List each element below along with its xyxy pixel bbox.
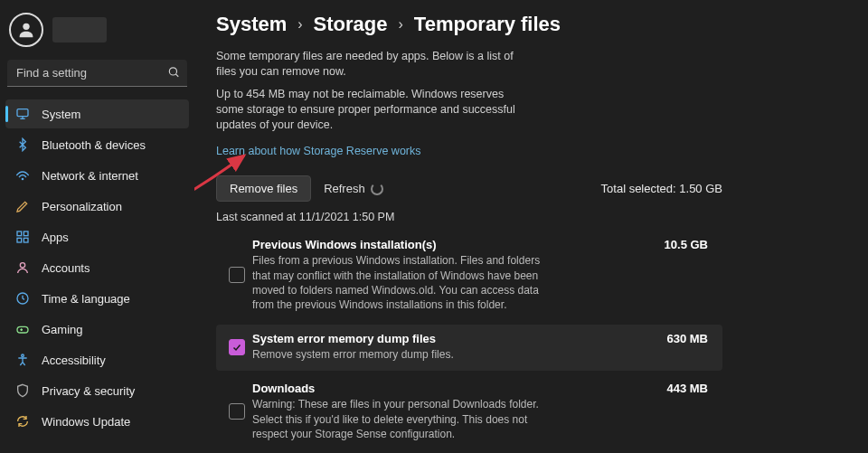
user-name [52,17,107,42]
file-desc: Warning: These are files in your persona… [252,397,542,441]
sidebar-item-accessibility[interactable]: Accessibility [5,345,189,374]
checkbox[interactable] [229,267,245,283]
sidebar-item-gaming[interactable]: Gaming [5,315,189,344]
file-item-previous-windows: Previous Windows installation(s) 10.5 GB… [216,231,722,321]
sidebar-item-label: Apps [42,231,69,244]
total-selected: Total selected: 1.50 GB [601,182,722,195]
sidebar-item-label: Network & internet [42,169,138,183]
checkbox[interactable] [229,403,245,420]
sidebar-item-label: Personalization [42,200,122,213]
svg-rect-10 [24,238,28,242]
sidebar-item-label: Gaming [42,323,83,336]
search-wrap [7,60,187,87]
svg-rect-9 [17,238,22,242]
breadcrumb-current: Temporary files [414,13,561,36]
actions-row: Remove files Refresh Total selected: 1.5… [216,175,722,202]
personalization-icon [14,198,31,214]
sidebar: System Bluetooth & devices Network & int… [0,0,194,453]
total-value: 1.50 GB [679,182,722,195]
network-icon [14,167,31,184]
accessibility-icon [14,352,31,368]
file-title: Downloads [252,382,315,395]
file-size: 630 MB [666,332,708,345]
breadcrumb: System › Storage › Temporary files [216,13,846,36]
sidebar-item-label: Time & language [42,292,130,306]
file-title: Previous Windows installation(s) [252,238,437,251]
apps-icon [14,229,31,245]
file-title: System error memory dump files [252,332,436,345]
sidebar-item-bluetooth[interactable]: Bluetooth & devices [5,130,189,159]
system-icon [14,106,31,122]
sidebar-item-label: Accounts [42,261,90,275]
svg-rect-3 [17,109,28,117]
file-size: 10.5 GB [665,238,708,251]
sidebar-item-privacy[interactable]: Privacy & security [5,376,189,405]
sidebar-item-label: Privacy & security [42,384,135,398]
svg-point-16 [22,354,24,357]
file-desc: Files from a previous Windows installati… [252,253,542,312]
chevron-right-icon: › [399,16,403,33]
intro-text-1: Some temporary files are needed by apps.… [216,49,524,80]
avatar [9,13,43,47]
sidebar-item-label: Bluetooth & devices [42,138,146,152]
intro-text-2: Up to 454 MB may not be reclaimable. Win… [216,87,524,133]
svg-rect-8 [24,231,28,236]
storage-reserve-link[interactable]: Learn about how Storage Reserve works [216,145,421,157]
sidebar-item-time[interactable]: Time & language [5,284,189,313]
breadcrumb-system[interactable]: System [216,13,287,36]
update-icon [14,413,31,429]
file-list: Previous Windows installation(s) 10.5 GB… [216,231,722,453]
last-scanned: Last scanned at 11/1/2021 1:50 PM [216,211,846,223]
bluetooth-icon [14,137,31,153]
sidebar-item-network[interactable]: Network & internet [5,161,189,190]
shield-icon [14,382,31,399]
user-account-row[interactable] [5,7,189,60]
accounts-icon [14,260,31,276]
sidebar-item-label: Accessibility [42,354,106,367]
file-size: 443 MB [666,382,708,395]
sidebar-item-label: System [42,108,80,121]
file-desc: Remove system error memory dump files. [252,347,542,362]
refresh-button[interactable]: Refresh [324,182,383,195]
sidebar-item-update[interactable]: Windows Update [5,407,189,436]
remove-files-button[interactable]: Remove files [216,175,311,202]
breadcrumb-storage[interactable]: Storage [314,13,388,36]
sidebar-item-personalization[interactable]: Personalization [5,192,189,221]
svg-point-0 [23,24,29,30]
time-icon [14,290,31,307]
svg-rect-7 [17,231,22,236]
spinner-icon [371,183,383,195]
chevron-right-icon: › [297,16,302,33]
svg-point-6 [22,178,23,179]
nav: System Bluetooth & devices Network & int… [5,99,189,436]
sidebar-item-label: Windows Update [42,415,130,429]
search-input[interactable] [7,60,187,87]
file-item-downloads: Downloads 443 MB Warning: These are file… [216,374,722,450]
sidebar-item-system[interactable]: System [5,99,189,128]
checkbox[interactable] [229,339,245,355]
refresh-label: Refresh [324,182,365,195]
svg-point-11 [20,263,24,268]
main-content: System › Storage › Temporary files Some … [194,0,868,453]
file-item-memory-dump: System error memory dump files 630 MB Re… [216,325,722,371]
sidebar-item-accounts[interactable]: Accounts [5,253,189,282]
gaming-icon [14,321,31,337]
total-label: Total selected: [601,182,676,195]
sidebar-item-apps[interactable]: Apps [5,222,189,251]
